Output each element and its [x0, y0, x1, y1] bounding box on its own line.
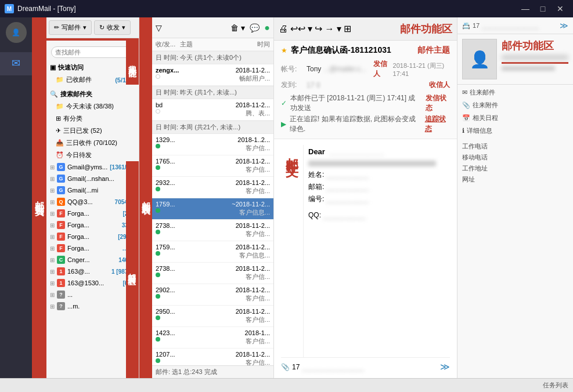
mail-from-row: 帐号: Tony ...@mailer.c... 发信人 2018-11-21 …	[281, 59, 450, 79]
mailbox-name: 163@...	[67, 268, 109, 275]
next-icon[interactable]: → ▾	[325, 23, 341, 34]
mail-item[interactable]: 2950... 2018-11-2... 客户信...	[152, 306, 273, 327]
mail-item-row2: 客户信...	[156, 144, 270, 153]
three-day-sent-folder[interactable]: ✈ 三日已发 (52)	[46, 125, 139, 137]
close-button[interactable]: ✕	[552, 2, 568, 15]
reply-all-icon[interactable]: ↩↩ ▾	[290, 23, 312, 34]
receive-button[interactable]: ↻ 收发 ▾	[94, 20, 131, 35]
contact-action-item[interactable]: 📎往来附件	[462, 100, 568, 111]
mail-item[interactable]: 1759... 2018-11-2... 客户信息...	[152, 241, 273, 263]
mail-item[interactable]: 1765... 2018-11-2... 客户信...	[152, 155, 273, 177]
contact-actions-list: ✉往来邮件📎往来附件📅相关日程ℹ详细信息	[457, 85, 573, 139]
classified-folder[interactable]: ⊞ 有分类	[46, 112, 139, 125]
mailbox-name: Forga...	[67, 233, 116, 240]
mailbox-item[interactable]: ⊞ G Gmail(...nshan... [2/11]	[46, 173, 139, 184]
mail-item[interactable]: 2902... 2018-11-2... 客户信...	[152, 284, 273, 306]
mailbox-name: Gmail(...mi	[67, 187, 124, 194]
reply-icon[interactable]: 💬	[250, 23, 260, 32]
from-annotation: 发信人	[373, 59, 391, 79]
to-value: 17 0	[307, 81, 422, 89]
search-input[interactable]	[51, 46, 134, 58]
expand-icon: ⊞	[50, 187, 55, 194]
title-bar: M DreamMail - [Tony] — □ ✕	[0, 0, 573, 17]
mailbox-item[interactable]: ⊞ F Forga... 3358/5...	[46, 219, 139, 231]
mailbox-item[interactable]: ⊞ ? ...m. [1]	[46, 300, 139, 312]
mailbox-item[interactable]: ⊞ F Forga... [291/13...]	[46, 231, 139, 242]
mail-date: 2018-1...	[245, 329, 270, 336]
mail-item-row2: 客户信...	[156, 273, 270, 281]
mail-item[interactable]: 2932... 2018-11-2... 客户信...	[152, 177, 273, 198]
sent-icon: ✈	[56, 127, 61, 135]
mail-from: 2950...	[156, 308, 175, 315]
mail-date: 2018-11-2...	[236, 286, 270, 293]
mail-subject: 客户信息确认函-181121031	[291, 45, 409, 56]
contact-expand-icon[interactable]: ≫	[560, 21, 568, 30]
action-label: 往来邮件	[470, 88, 495, 97]
sidebar-item-mail[interactable]: ✉	[0, 52, 32, 75]
mail-item-row1: bd 2018-11-2...	[156, 101, 270, 108]
mail-item[interactable]: 1329... 2018-1..2... 客户信...	[152, 134, 273, 155]
mail-item[interactable]: 2738... 2018-11-2... 客户信...	[152, 220, 273, 241]
mailbox-item[interactable]: ⊞ G Gmail(...mi [740...]	[46, 184, 139, 196]
mailbox-item[interactable]: ⊞ G Gmail@yms... [1361/14879]	[46, 161, 139, 173]
mailbox-item[interactable]: ⊞ 1 163@... 1 [987/5858]	[46, 266, 139, 277]
mail-from: 1423...	[156, 329, 175, 336]
avatar: 👤	[6, 22, 27, 43]
mail-item[interactable]: 1423... 2018-1... 客户信...	[152, 327, 273, 349]
minimize-button[interactable]: —	[517, 2, 534, 15]
mailbox-name: 163@1530...	[67, 280, 120, 286]
maximize-button[interactable]: □	[535, 2, 551, 15]
mailbox-item[interactable]: ⊞ 1 163@1530... [64/153]	[46, 277, 139, 289]
expand-icon: ⊞	[50, 257, 55, 263]
mail-item[interactable]: zengx... 2018-11-2... 畅邮用户...	[152, 64, 273, 86]
expand-icon: ⊞	[50, 199, 55, 205]
mail-from: 1329...	[156, 136, 175, 143]
search-folder[interactable]: 🔍 搜索邮件夹	[46, 88, 139, 100]
mailbox-item[interactable]: ⊞ F Forga... …/4591]	[46, 242, 139, 254]
mail-body-content: Dear _____________ 姓名: ___________ 邮箱: _…	[308, 145, 450, 357]
three-day-recv-folder[interactable]: 📥 三日收件 (70/102)	[46, 137, 139, 149]
mailbox-name: ...	[67, 291, 135, 298]
mail-item[interactable]: 1207... 2018-11-2... 客户信...	[152, 349, 273, 365]
mail-date: 2018-11-2...	[236, 265, 270, 272]
quick-access-folder[interactable]: ▣ 快速访问	[46, 61, 139, 74]
today-unread-folder[interactable]: 📁 今天未读 (38/38)	[46, 100, 139, 112]
delete-icon[interactable]: 🗑 ▾	[230, 23, 245, 32]
mail-item[interactable]: 1759... ~2018-11-2... 客户信息...	[152, 198, 273, 220]
mail-item[interactable]: bd 2018-11-2... 腾、表...	[152, 99, 273, 121]
forward-icon[interactable]: ↪	[315, 23, 322, 34]
mail-item-row2: 客户信...	[156, 165, 270, 174]
contact-action-item[interactable]: 📅相关日程	[462, 112, 568, 124]
mailbox-list-items: ⊞ G Gmail@yms... [1361/14879] ⊞ G Gmail(…	[46, 161, 139, 378]
sent-folder[interactable]: 📁 已收邮件 (5/107)	[46, 74, 139, 86]
more-icon[interactable]: ⊞	[344, 23, 351, 34]
folder-toolbar: ✏ 写邮件 ▾ ↻ 收发 ▾	[46, 17, 139, 38]
mailbox-item[interactable]: ⊞ F Forga... [2446...]	[46, 208, 139, 219]
mail-item-row2: 客户信...	[156, 294, 270, 303]
mail-group-header: 日 时间: 昨天 (共1个, 未读...)	[152, 86, 273, 99]
mail-item[interactable]: 2738... 2018-11-2... 客户信...	[152, 263, 273, 284]
mailbox-icon: ?	[57, 291, 65, 299]
from-label: 帐号:	[281, 64, 304, 74]
expand-icon: ⊞	[50, 303, 55, 310]
mail-status-dot-empty	[156, 74, 160, 79]
contact-action-item[interactable]: ℹ详细信息	[462, 125, 568, 136]
mailbox-item[interactable]: ⊞ ? ... [2]	[46, 289, 139, 300]
mailbox-icon: F	[57, 209, 65, 217]
mailbox-item[interactable]: ⊞ Q QQ@3... 7054/1[1...]	[46, 196, 139, 208]
contact-header-icon: 📇	[462, 22, 470, 30]
expand-icon: ⊞	[50, 210, 55, 217]
mailbox-name: Forga...	[67, 222, 120, 228]
classified-icon: ⊞	[56, 115, 61, 122]
expand-attach-icon[interactable]: ≫	[440, 361, 450, 372]
compose-button[interactable]: ✏ 写邮件 ▾	[49, 20, 92, 35]
today-pending-folder[interactable]: ⏰ 今日待发	[46, 149, 139, 161]
mailbox-icon: G	[57, 186, 65, 194]
mailbox-item[interactable]: ⊞ C Cnger... 1408/20...	[46, 254, 139, 266]
filter-icon[interactable]: ▽	[156, 23, 162, 32]
folder-panel: ✏ 写邮件 ▾ ↻ 收发 ▾ 常用功能区 ▣ 快速访问 📁 已收邮件 (5	[46, 17, 139, 378]
contact-action-item[interactable]: ✉往来邮件	[462, 87, 568, 98]
mail-status-dot	[156, 144, 160, 148]
print-icon[interactable]: 🖨	[279, 24, 288, 34]
taskbar: 任务列表	[0, 378, 573, 392]
